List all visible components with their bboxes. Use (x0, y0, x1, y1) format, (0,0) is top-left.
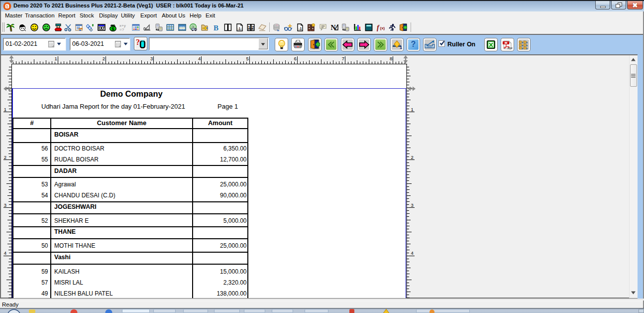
svg-text:f: f (377, 24, 380, 31)
svg-text:-1: -1 (299, 26, 302, 31)
svg-text:(x): (x) (380, 26, 385, 30)
svg-text:B: B (214, 24, 218, 32)
svg-text:=?: =? (119, 27, 124, 31)
svg-text:-1-: -1- (237, 27, 242, 30)
svg-text:$: $ (111, 26, 114, 31)
svg-text:N: N (331, 24, 336, 31)
svg-text:PDF: PDF (508, 47, 513, 50)
svg-text:1: 1 (400, 45, 402, 49)
